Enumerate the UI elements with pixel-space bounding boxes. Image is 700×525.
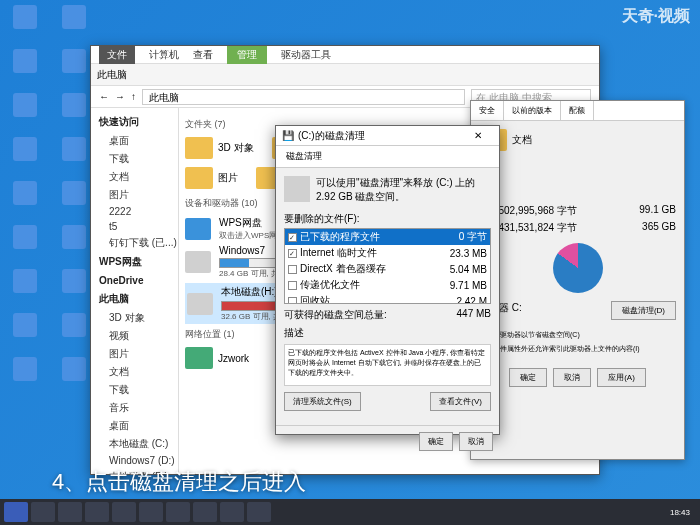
sidebar-desktop[interactable]: 桌面 <box>95 132 174 150</box>
cleanup-tab[interactable]: 磁盘清理 <box>276 146 499 168</box>
taskbar-item[interactable] <box>247 502 271 522</box>
close-icon[interactable]: ✕ <box>463 130 493 141</box>
window-title: 此电脑 <box>97 68 127 82</box>
sidebar-videos[interactable]: 视频 <box>95 327 174 345</box>
sidebar-wps[interactable]: WPS网盘 <box>95 252 174 272</box>
desktop-icon[interactable] <box>5 137 45 177</box>
desktop-icon[interactable] <box>5 225 45 265</box>
checkbox-icon[interactable] <box>288 265 297 274</box>
sidebar-pictures[interactable]: 图片 <box>95 186 174 204</box>
up-icon[interactable]: ↑ <box>131 91 136 102</box>
file-item[interactable]: 已下载的程序文件0 字节 <box>285 229 490 245</box>
sidebar-localc[interactable]: 本地磁盘 (C:) <box>95 435 174 453</box>
checkbox-icon[interactable] <box>288 281 297 290</box>
cancel-button[interactable]: 取消 <box>459 432 493 451</box>
sidebar-onedrive[interactable]: OneDrive <box>95 272 174 289</box>
taskbar-item[interactable] <box>31 502 55 522</box>
drive-icon: 💾 <box>282 130 294 141</box>
disk-cleanup-button[interactable]: 磁盘清理(D) <box>611 301 676 320</box>
taskbar-item[interactable] <box>58 502 82 522</box>
tab-view[interactable]: 查看 <box>193 48 213 62</box>
taskbar: 18:43 <box>0 499 700 525</box>
folder-3d[interactable]: 3D 对象 <box>185 137 254 159</box>
taskbar-item[interactable] <box>85 502 109 522</box>
sidebar-dl2[interactable]: 下载 <box>95 381 174 399</box>
sidebar-quick[interactable]: 快速访问 <box>95 112 174 132</box>
file-item[interactable]: Internet 临时文件23.3 MB <box>285 245 490 261</box>
view-files-button[interactable]: 查看文件(V) <box>430 392 491 411</box>
free-space: 392,431,531,824 字节365 GB <box>479 221 676 235</box>
sidebar: 快速访问 桌面 下载 文档 图片 2222 t5 钉钉下载 (已...) WPS… <box>91 108 179 474</box>
tab-drivetools[interactable]: 驱动器工具 <box>281 48 331 62</box>
list-label: 要删除的文件(F): <box>284 212 491 226</box>
desktop-icon[interactable] <box>5 49 45 89</box>
checkbox-icon[interactable] <box>288 297 297 305</box>
index-check[interactable]: 除了文件属性外还允许索引此驱动器上文件的内容(I) <box>479 344 676 354</box>
drive-label-row: 驱动器 C: 磁盘清理(D) <box>479 301 676 320</box>
titlebar: 此电脑 <box>91 64 599 86</box>
tab-file[interactable]: 文件 <box>99 46 135 64</box>
props-tab-prev[interactable]: 以前的版本 <box>504 101 561 120</box>
desktop-icon[interactable] <box>54 93 94 133</box>
desktop-icon[interactable] <box>54 269 94 309</box>
file-item[interactable]: DirectX 着色器缓存5.04 MB <box>285 261 490 277</box>
desktop-icon[interactable] <box>54 181 94 221</box>
forward-icon[interactable]: → <box>115 91 125 102</box>
start-button[interactable] <box>4 502 28 522</box>
sidebar-music[interactable]: 音乐 <box>95 399 174 417</box>
checkbox-icon[interactable] <box>288 233 297 242</box>
sidebar-t5[interactable]: t5 <box>95 219 174 234</box>
sidebar-documents[interactable]: 文档 <box>95 168 174 186</box>
desktop-icon[interactable] <box>5 357 45 397</box>
sidebar-pics2[interactable]: 图片 <box>95 345 174 363</box>
apply-button[interactable]: 应用(A) <box>597 368 646 387</box>
sidebar-desk2[interactable]: 桌面 <box>95 417 174 435</box>
desktop-icon[interactable] <box>5 93 45 133</box>
props-tab-security[interactable]: 安全 <box>471 101 504 120</box>
desktop-icon[interactable] <box>54 313 94 353</box>
props-tab-quota[interactable]: 配额 <box>561 101 594 120</box>
desktop-icon[interactable] <box>54 137 94 177</box>
file-item[interactable]: 回收站2.42 M <box>285 293 490 304</box>
desc-box: 已下载的程序文件包括 ActiveX 控件和 Java 小程序, 你查看特定网页… <box>284 344 491 386</box>
sidebar-win7d[interactable]: Windows7 (D:) <box>95 453 174 468</box>
desktop-icon[interactable] <box>54 357 94 397</box>
desktop-icon[interactable] <box>5 181 45 221</box>
sidebar-2222[interactable]: 2222 <box>95 204 174 219</box>
used-space: 106,502,995,968 字节99.1 GB <box>479 204 676 218</box>
checkbox-icon[interactable] <box>288 249 297 258</box>
taskbar-item[interactable] <box>139 502 163 522</box>
back-icon[interactable]: ← <box>99 91 109 102</box>
sidebar-thispc[interactable]: 此电脑 <box>95 289 174 309</box>
tab-computer[interactable]: 计算机 <box>149 48 179 62</box>
file-item[interactable]: 传递优化文件9.71 MB <box>285 277 490 293</box>
desc-header: 描述 <box>284 326 491 340</box>
sidebar-downloads[interactable]: 下载 <box>95 150 174 168</box>
cleanup-title: (C:)的磁盘清理 <box>298 129 365 143</box>
folder-pictures[interactable]: 图片 <box>185 167 238 189</box>
sidebar-docs2[interactable]: 文档 <box>95 363 174 381</box>
desktop-icon[interactable] <box>5 269 45 309</box>
ok-button[interactable]: 确定 <box>419 432 453 451</box>
sidebar-3d[interactable]: 3D 对象 <box>95 309 174 327</box>
ok-button[interactable]: 确定 <box>509 368 547 387</box>
taskbar-clock[interactable]: 18:43 <box>664 508 696 517</box>
desktop-icon[interactable] <box>54 49 94 89</box>
sidebar-dingding[interactable]: 钉钉下载 (已...) <box>95 234 174 252</box>
file-list[interactable]: 已下载的程序文件0 字节 Internet 临时文件23.3 MB Direct… <box>284 228 491 304</box>
clean-sys-button[interactable]: 清理系统文件(S) <box>284 392 361 411</box>
desktop-icon[interactable] <box>5 313 45 353</box>
address-input[interactable]: 此电脑 <box>142 89 465 105</box>
cancel-button[interactable]: 取消 <box>553 368 591 387</box>
compress-check[interactable]: 压缩此驱动器以节省磁盘空间(C) <box>479 330 676 340</box>
desktop-icon[interactable] <box>54 225 94 265</box>
taskbar-item[interactable] <box>112 502 136 522</box>
taskbar-item[interactable] <box>166 502 190 522</box>
desktop-icon[interactable] <box>54 5 94 45</box>
desktop-icon[interactable] <box>5 5 45 45</box>
taskbar-item[interactable] <box>220 502 244 522</box>
cleanup-icon <box>284 176 310 202</box>
taskbar-item[interactable] <box>193 502 217 522</box>
cloud-icon <box>185 218 211 240</box>
tab-manage[interactable]: 管理 <box>227 46 267 64</box>
